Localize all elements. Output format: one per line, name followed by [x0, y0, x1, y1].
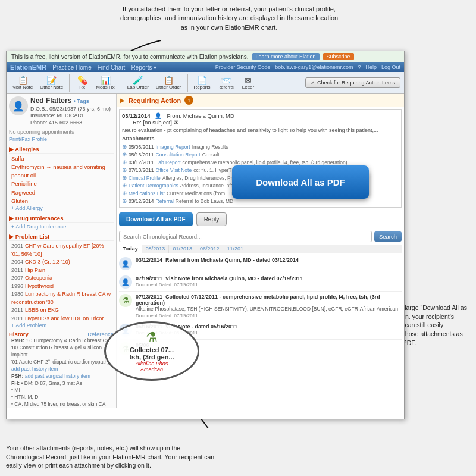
attach-type-ml[interactable]: Medications List [129, 190, 165, 196]
entry-visit-note-doc-date: Document Dated: 07/19/2011 [136, 282, 402, 287]
allergy-ragweed[interactable]: Ragweed [9, 189, 114, 197]
attach-type-pd[interactable]: Patient Demographics [129, 183, 178, 189]
nav-bar: ElationEMR Practice Home Find Chart Repo… [7, 62, 404, 72]
nav-reports[interactable]: Reports ▾ [131, 64, 156, 71]
attach-type-lab[interactable]: Lab Report [156, 159, 181, 165]
collected-highlight-text: Alkaline PhosAmerican [136, 361, 168, 372]
collected-circle-overlay: ⚗ Collected 07... tsh, (3rd gen... Alkal… [104, 321, 199, 381]
other-note-label: Other Note [40, 84, 63, 90]
history-section: History Reference PMH: '80 Lumpectomy & … [9, 331, 114, 408]
problems-label: Problem List [15, 233, 50, 240]
add-surgical-history-link[interactable]: add past surgical history item [25, 373, 90, 379]
emr-window: This is a free, light version of Elation… [6, 51, 405, 419]
allergies-arrow: ▶ [9, 146, 14, 152]
allergies-label: Allergies [15, 146, 39, 152]
tab-012013[interactable]: 01/2013 [169, 245, 196, 253]
record-entry-lab[interactable]: ⚗ 07/13/2011 Collected 07/12/2011 - comp… [119, 292, 402, 321]
meds-hx-button[interactable]: 📊 Meds Hx [93, 76, 117, 90]
add-allergy-link[interactable]: + Add Allergy [9, 205, 114, 211]
add-drug-intolerance-link[interactable]: + Add Drug Intolerance [9, 224, 114, 230]
print-fax-link[interactable]: Print/Fax Profile [9, 136, 114, 142]
attach-desc-imaging: Imaging Results [192, 144, 228, 150]
requiring-action-bar: ▶ Requiring Action 1 [117, 94, 404, 107]
allergy-erythromycin[interactable]: Erythromycin → nausea and vomiting [9, 163, 114, 171]
record-entry-referral[interactable]: 👤 03/12/2014 Referral from Michaela Quin… [119, 255, 402, 273]
attach-ref-date: 03/12/2014 [129, 198, 154, 204]
entry-person-icon: 👤 [119, 257, 132, 270]
attach-type-ov[interactable]: Office Visit Note [156, 167, 192, 173]
referral-button[interactable]: 📨 Referral [215, 76, 237, 90]
letter-label: Letter [242, 84, 254, 90]
entry-referral-title: 03/12/2014 Referral from Michaela Quinn,… [136, 257, 402, 263]
problem-lumpectomy[interactable]: 1980Lumpectomy & Radn R breast CA w reco… [9, 290, 114, 306]
referral-label: Referral [218, 84, 234, 90]
allergy-gluten[interactable]: Gluten [9, 197, 114, 205]
allergy-peanut[interactable]: peanut oil [9, 171, 114, 180]
chron-search-input[interactable] [119, 231, 372, 242]
other-note-button[interactable]: 📝 Other Note [37, 76, 65, 90]
patient-insurance: Insurance: MEDICARE [30, 112, 111, 120]
problem-hypertgs[interactable]: 2011HyperTGs and low HDL on Tricor [9, 315, 114, 323]
problem-lbbb[interactable]: 2011LBBB on EKG [9, 306, 114, 315]
problem-hip-pain[interactable]: 2011Hip Pain [9, 267, 114, 275]
chron-search-button[interactable]: Search [374, 231, 402, 242]
logout-link[interactable]: Log Out [381, 64, 400, 70]
tab-082013[interactable]: 08/2013 [142, 245, 170, 253]
requiring-action-label: Requiring Action [129, 97, 181, 104]
problem-ckd[interactable]: 2004CKD 3 (Cr. 1.3 '10) [9, 258, 114, 267]
problems-title[interactable]: ▶ Problem List [9, 233, 114, 241]
problem-hypothyroid[interactable]: 1996Hypothyroid [9, 283, 114, 291]
nav-practice-home[interactable]: Practice Home [52, 64, 92, 71]
entry-referral-content: 03/12/2014 Referral from Michaela Quinn,… [136, 257, 402, 270]
problems-arrow: ▶ [9, 233, 14, 240]
nav-find-chart[interactable]: Find Chart [98, 64, 126, 71]
letter-button[interactable]: ✉ Letter [239, 76, 257, 90]
visit-note-button[interactable]: 📋 Visit Note [10, 76, 35, 90]
attach-type-referral[interactable]: Referral [156, 198, 174, 204]
problem-chf[interactable]: 2001CHF w Cardiomyopathy EF [20% '01, 56… [9, 242, 114, 258]
allergy-sulfa[interactable]: Sulfa [9, 155, 114, 163]
history-title[interactable]: History [9, 331, 29, 337]
patient-info: Ned Flatters • Tags D.O.B.: 05/23/1937 (… [30, 96, 111, 127]
tab-today[interactable]: Today [119, 245, 142, 253]
patient-tags[interactable]: • Tags [74, 98, 89, 104]
history-fh: FH: • DM: D 87, Gma, 3 mat As • MI • HTN… [9, 380, 114, 409]
learn-more-button[interactable]: Learn more about Elation [252, 53, 320, 60]
add-past-history-link[interactable]: add past history item [11, 366, 58, 372]
drug-intolerances-title[interactable]: ▶ Drug Intolerances [9, 215, 114, 223]
tab-062012[interactable]: 06/2012 [196, 245, 224, 253]
big-download-overlay-button[interactable]: Download All as PDF [232, 165, 369, 199]
attach-desc-lab: comprehensive metabolic panel, lipid pro… [183, 159, 347, 165]
lab-order-button[interactable]: 🧪 Lab Order [125, 76, 151, 90]
other-order-button[interactable]: 📋 Other Order [154, 76, 184, 90]
toolbar-separator [69, 74, 70, 92]
check-action-button[interactable]: ✓ Check for Requiring Action Items [305, 77, 400, 88]
reply-button[interactable]: Reply [196, 212, 227, 226]
reports-icon: 📄 [197, 76, 207, 84]
drug-intolerances-section: ▶ Drug Intolerances + Add Drug Intoleran… [9, 215, 114, 230]
attach-type-consult[interactable]: Consultation Report [156, 152, 201, 158]
attach-type-imaging[interactable]: Imaging Report [156, 144, 190, 150]
attachment-imaging[interactable]: ⊕ 05/06/2011 Imaging Report Imaging Resu… [122, 143, 399, 151]
rx-button[interactable]: 💊 Rx [73, 76, 91, 90]
reports-button[interactable]: 📄 Reports [192, 76, 213, 90]
attach-type-cp[interactable]: Clinical Profile [129, 175, 161, 181]
download-pdf-button[interactable]: Download All as PDF [119, 212, 193, 226]
help-link[interactable]: Help [365, 64, 377, 70]
history-header: History Reference [9, 331, 114, 337]
entry-flask-icon: ⚗ [119, 294, 132, 307]
allergy-penicilline[interactable]: Penicilline [9, 180, 114, 188]
subscribe-button[interactable]: Subscribe [323, 53, 354, 60]
timeline-tabs: Today 08/2013 01/2013 06/2012 11/201... [119, 245, 402, 253]
entry-person-icon-2: 👤 [119, 275, 132, 289]
attachment-consult[interactable]: ⊕ 05/16/2011 Consultation Report Consult [122, 151, 399, 158]
user-email: bob.laws-gary1@elationemr.com [275, 64, 353, 70]
problem-osteopenia[interactable]: 2007Osteopenia [9, 274, 114, 283]
allergies-title[interactable]: ▶ Allergies [9, 146, 114, 154]
collected-flask-icon: ⚗ [146, 330, 158, 345]
record-entry-visit-note[interactable]: 👤 07/19/2011 Visit Note from Michaela Qu… [119, 273, 402, 292]
tab-112011[interactable]: 11/201... [223, 245, 252, 253]
help-icon[interactable]: ? [358, 64, 361, 70]
add-problem-link[interactable]: + Add Problem [9, 322, 114, 328]
patient-dob: D.O.B.: 05/23/1937 (76 yrs, 6 mo) [30, 106, 111, 113]
